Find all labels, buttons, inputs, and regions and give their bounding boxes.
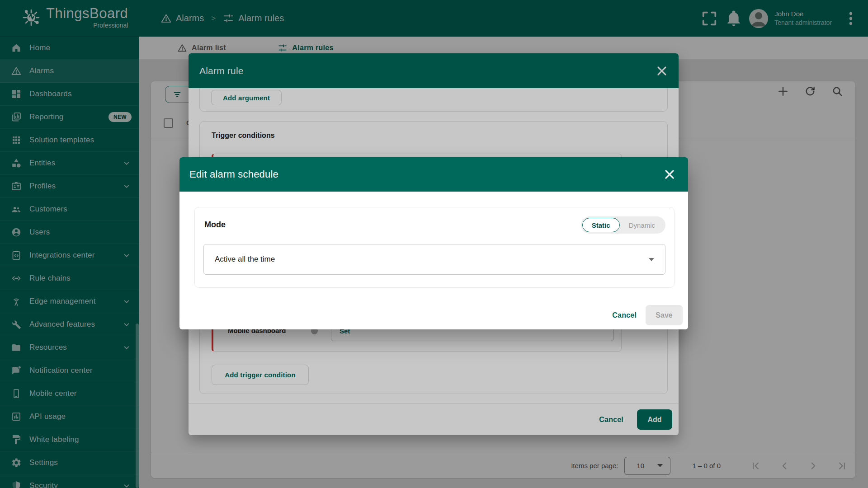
edit-schedule-save-button[interactable]: Save <box>646 305 683 325</box>
edit-alarm-schedule-dialog: Edit alarm schedule Mode Static Dynamic … <box>179 157 688 329</box>
mode-option-dynamic[interactable]: Dynamic <box>620 218 664 232</box>
edit-schedule-dialog-footer: Cancel Save <box>179 301 688 329</box>
schedule-type-select[interactable]: Active all the time <box>203 244 665 275</box>
edit-schedule-dialog-title: Edit alarm schedule <box>189 169 278 180</box>
mode-option-static[interactable]: Static <box>582 218 620 232</box>
edit-schedule-dialog-header: Edit alarm schedule <box>179 157 688 192</box>
chevron-down-icon <box>649 258 654 261</box>
mode-toggle: Static Dynamic <box>581 216 665 234</box>
close-icon[interactable] <box>663 168 676 181</box>
thingsboard-app: ThingsBoard Professional Alarms > Alarm … <box>0 0 868 488</box>
mode-label: Mode <box>204 220 226 230</box>
schedule-settings-card: Mode Static Dynamic Active all the time <box>194 207 675 288</box>
schedule-type-value: Active all the time <box>215 255 275 264</box>
edit-schedule-cancel-button[interactable]: Cancel <box>612 311 637 319</box>
